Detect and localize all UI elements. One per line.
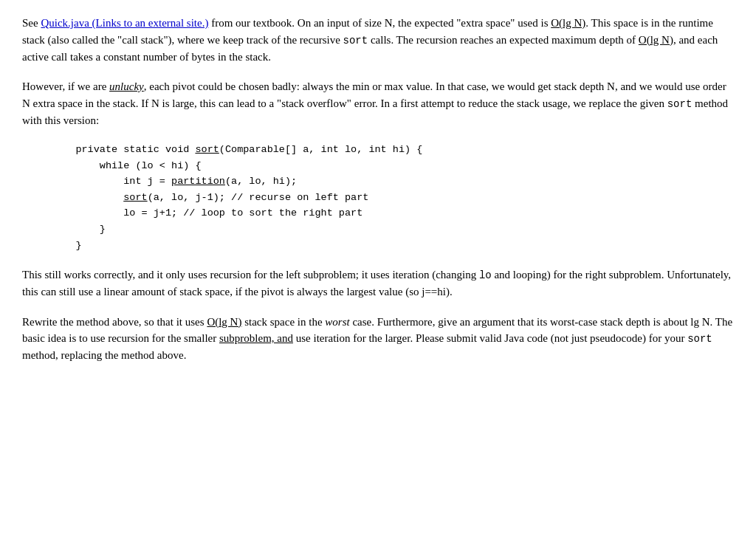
lo-inline: lo (479, 269, 492, 281)
sort-inline-1: sort (343, 35, 368, 47)
para2-text1: However, if we are unlucky, each pivot c… (22, 80, 728, 126)
paragraph-3: This still works correctly, and it only … (22, 266, 734, 300)
code-block: private static void sort(Comparable[] a,… (52, 142, 734, 253)
paragraph-4: Rewrite the method above, so that it use… (22, 314, 734, 364)
paragraph-1: See Quick.java (Links to an external sit… (22, 15, 734, 65)
code-line-1: private static void sort(Comparable[] a,… (52, 144, 422, 251)
para3-text: This still works correctly, and it only … (22, 269, 731, 298)
paragraph-2: However, if we are unlucky, each pivot c… (22, 78, 734, 128)
olg-n-underline-1: O(lg N) (551, 17, 585, 29)
olg-n-underline-2: O(lg N) (639, 34, 673, 46)
olg-n-underline-3: O(lg N) (207, 316, 241, 328)
para1-see: See (22, 17, 41, 29)
sort-inline-2: sort (667, 98, 693, 110)
sort-inline-3: sort (687, 333, 712, 345)
subproblem-and-underline: subproblem, and (219, 332, 293, 344)
unlucky-italic: unlucky (109, 80, 144, 92)
quickjava-link[interactable]: Quick.java (Links to an external site.) (41, 17, 208, 29)
worst-italic: worst (325, 316, 349, 328)
para4-text: Rewrite the method above, so that it use… (22, 316, 732, 362)
